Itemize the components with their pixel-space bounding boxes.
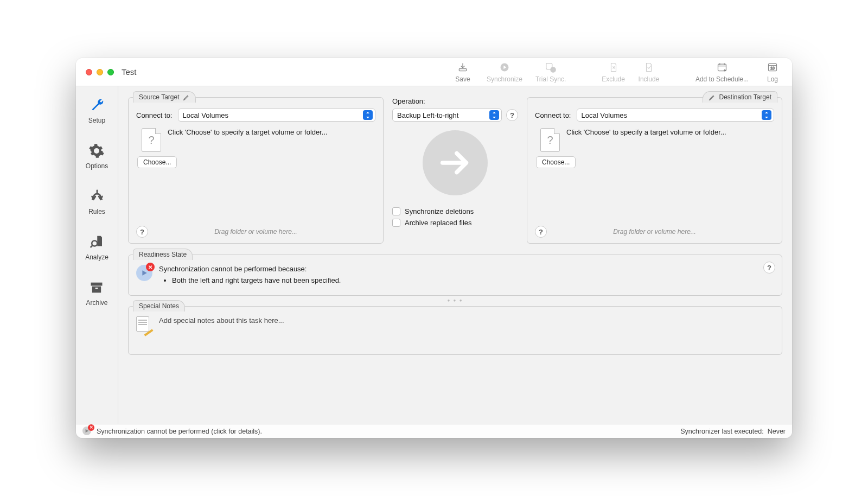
notes-textarea[interactable]: Add special notes about this task here..…: [159, 316, 774, 325]
destination-connect-label: Connect to:: [535, 111, 571, 119]
sync-deletions-checkbox[interactable]: Synchronize deletions: [392, 207, 518, 215]
pencil-icon[interactable]: [183, 94, 190, 101]
destination-panel-footer: ? Drag folder or volume here...: [535, 226, 774, 238]
help-button[interactable]: ?: [506, 109, 518, 121]
operation-panel: Operation: Backup Left-to-right ?: [392, 97, 518, 244]
sidebar-item-setup[interactable]: Setup: [88, 96, 106, 124]
archive-icon: [87, 278, 106, 297]
help-button[interactable]: ?: [136, 226, 148, 238]
notes-content: Add special notes about this task here..…: [136, 316, 774, 333]
checkbox-icon: [392, 207, 400, 215]
app-window: Test Save Synchronize Trial Sync.: [76, 58, 792, 438]
readiness-text: Synchronization cannot be performed beca…: [159, 265, 341, 284]
svg-rect-2: [546, 63, 552, 69]
toolbar: Save Synchronize Trial Sync. Exclude: [452, 61, 783, 83]
svg-text:10: 10: [770, 66, 775, 70]
targets-row: Source Target Connect to: Local Volumes: [128, 97, 782, 244]
trial-sync-button: Trial Sync.: [535, 61, 566, 83]
destination-connect-select[interactable]: Local Volumes: [577, 109, 775, 122]
source-choose-button[interactable]: Choose...: [137, 156, 177, 168]
svg-point-1: [500, 63, 508, 71]
include-icon: [643, 61, 655, 73]
close-window-button[interactable]: [86, 69, 92, 75]
trial-icon: [545, 61, 557, 73]
archive-replaced-checkbox[interactable]: Archive replaced files: [392, 219, 518, 227]
chevron-updown-icon: [363, 110, 373, 120]
svg-rect-9: [92, 287, 101, 293]
save-icon: [457, 61, 469, 73]
status-message[interactable]: Synchronization cannot be performed (cli…: [97, 428, 262, 435]
body: Setup Options Rules Analyze: [76, 86, 792, 424]
source-target-tab: Source Target: [133, 91, 196, 103]
source-connect-row: Connect to: Local Volumes: [136, 109, 375, 122]
chevron-updown-icon: [489, 110, 499, 120]
readiness-status-icon: ✕: [136, 265, 152, 281]
operation-select-row: Backup Left-to-right ?: [392, 109, 518, 122]
svg-point-3: [551, 67, 556, 72]
status-icon: ✕: [82, 427, 92, 436]
log-button[interactable]: 10 Log: [762, 61, 783, 83]
status-last-executed: Synchronizer last executed: Never: [680, 428, 786, 435]
operation-select[interactable]: Backup Left-to-right: [392, 109, 502, 122]
synchronize-button: Synchronize: [487, 61, 522, 83]
log-icon: 10: [767, 61, 778, 73]
play-icon: [499, 61, 510, 73]
wrench-icon: [88, 96, 106, 115]
destination-target-tab: Destination Target: [703, 91, 777, 103]
source-target-panel: Source Target Connect to: Local Volumes: [128, 97, 384, 244]
document-placeholder-icon: ?: [540, 128, 560, 152]
special-notes-tab: Special Notes: [133, 300, 185, 311]
direction-arrow-icon: [423, 130, 488, 195]
source-hint: Click 'Choose' to specify a target volum…: [168, 128, 328, 136]
source-connect-select[interactable]: Local Volumes: [178, 109, 376, 122]
help-button[interactable]: ?: [535, 226, 547, 238]
help-button[interactable]: ?: [763, 262, 775, 274]
maximize-window-button[interactable]: [107, 69, 114, 75]
readiness-tab: Readiness State: [133, 249, 193, 260]
source-drop-area[interactable]: ? Click 'Choose' to specify a target vol…: [136, 128, 375, 152]
window-title: Test: [122, 67, 137, 77]
save-button[interactable]: Save: [452, 61, 474, 83]
include-button: Include: [638, 61, 660, 83]
sidebar-item-archive[interactable]: Archive: [86, 278, 107, 307]
panel-resize-grabber[interactable]: ● ● ●: [128, 298, 782, 303]
sidebar-item-analyze[interactable]: Analyze: [85, 233, 108, 261]
window-controls: [86, 69, 114, 75]
destination-target-panel: Destination Target Connect to: Local Vol…: [527, 97, 782, 244]
destination-hint: Click 'Choose' to specify a target volum…: [566, 128, 726, 136]
exclude-icon: [608, 61, 620, 73]
sidebar: Setup Options Rules Analyze: [76, 86, 118, 424]
exclude-button: Exclude: [602, 61, 625, 83]
analyze-icon: [87, 233, 106, 251]
sidebar-item-rules[interactable]: Rules: [88, 187, 106, 215]
document-placeholder-icon: ?: [142, 128, 161, 152]
svg-rect-10: [95, 288, 98, 289]
add-to-schedule-button[interactable]: Add to Schedule...: [695, 61, 749, 83]
notes-icon: [136, 316, 152, 333]
svg-point-7: [92, 241, 98, 246]
destination-connect-row: Connect to: Local Volumes: [535, 109, 774, 122]
readiness-panel: Readiness State ✕ Synchronization cannot…: [128, 255, 782, 296]
operation-label: Operation:: [392, 97, 518, 105]
svg-rect-0: [459, 68, 466, 71]
error-badge-icon: ✕: [146, 263, 155, 271]
destination-choose-button[interactable]: Choose...: [536, 156, 576, 168]
svg-rect-8: [91, 283, 103, 286]
rules-icon: [88, 187, 106, 206]
error-badge-icon: ✕: [88, 424, 94, 431]
chevron-updown-icon: [762, 110, 771, 120]
schedule-icon: [716, 61, 728, 73]
source-panel-footer: ? Drag folder or volume here...: [136, 226, 375, 238]
readiness-content: ✕ Synchronization cannot be performed be…: [136, 265, 774, 284]
source-drag-hint: Drag folder or volume here...: [148, 228, 363, 236]
gear-icon: [87, 142, 106, 160]
pencil-icon[interactable]: [709, 94, 716, 101]
status-bar: ✕ Synchronization cannot be performed (c…: [76, 424, 792, 438]
sidebar-item-options[interactable]: Options: [86, 142, 108, 170]
destination-drag-hint: Drag folder or volume here...: [547, 228, 762, 236]
source-connect-label: Connect to:: [136, 111, 173, 119]
destination-drop-area[interactable]: ? Click 'Choose' to specify a target vol…: [535, 128, 774, 152]
minimize-window-button[interactable]: [97, 69, 103, 75]
content-area: Source Target Connect to: Local Volumes: [118, 86, 792, 424]
checkbox-icon: [392, 219, 400, 227]
